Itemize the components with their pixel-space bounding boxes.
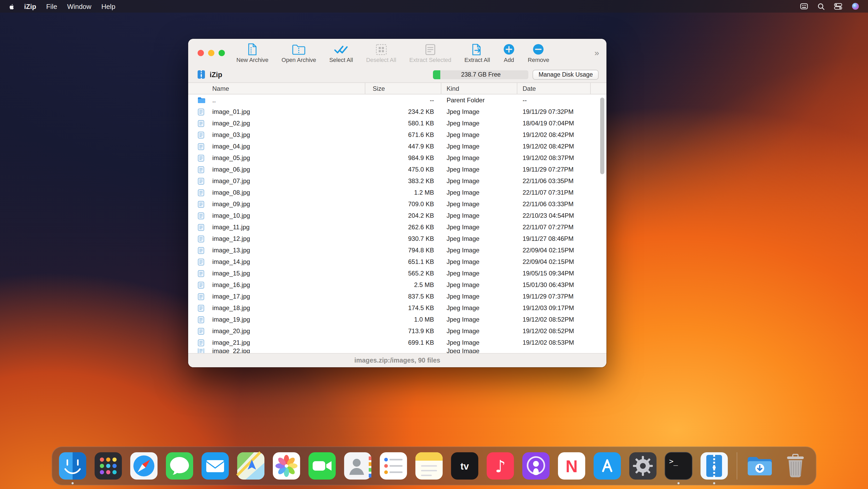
cell-date: 22/11/07 07:31PM xyxy=(517,189,607,196)
menu-app-name[interactable]: iZip xyxy=(24,2,36,10)
zoom-button[interactable] xyxy=(219,50,225,56)
appletv-dock-icon[interactable]: tv xyxy=(448,447,481,485)
open-archive-button[interactable]: Open Archive xyxy=(281,43,316,63)
input-menu-icon[interactable] xyxy=(800,2,808,10)
downloads-dock-icon[interactable] xyxy=(744,447,776,485)
cell-date: 22/11/06 03:33PM xyxy=(517,200,607,208)
new-archive-button[interactable]: New Archive xyxy=(237,43,268,63)
izip-logo-icon xyxy=(196,70,206,79)
cell-kind: Jpeg Image xyxy=(441,270,517,277)
remove-label: Remove xyxy=(528,56,549,63)
table-row[interactable]: image_02.jpg580.1 KBJpeg Image18/04/19 0… xyxy=(188,117,607,129)
menu-window[interactable]: Window xyxy=(67,2,91,10)
table-row[interactable]: image_13.jpg794.8 KBJpeg Image22/09/04 0… xyxy=(188,244,607,256)
contacts-dock-icon[interactable] xyxy=(341,447,374,485)
cell-name: image_02.jpg xyxy=(212,120,365,127)
search-icon[interactable] xyxy=(817,2,825,10)
cell-size: -- xyxy=(365,96,441,104)
control-center-icon[interactable] xyxy=(834,2,842,10)
news-dock-icon[interactable]: N xyxy=(555,447,588,485)
minimize-button[interactable] xyxy=(208,50,214,56)
close-button[interactable] xyxy=(197,50,204,56)
facetime-dock-icon[interactable] xyxy=(306,447,338,485)
menu-help[interactable]: Help xyxy=(101,2,116,10)
svg-text:>_: >_ xyxy=(669,457,678,466)
cell-date: 22/09/04 02:15PM xyxy=(517,247,607,254)
table-row[interactable]: image_06.jpg475.0 KBJpeg Image19/11/29 0… xyxy=(188,164,607,175)
scrollbar-thumb[interactable] xyxy=(600,97,604,174)
table-row[interactable]: image_03.jpg671.6 KBJpeg Image19/12/02 0… xyxy=(188,129,607,141)
apple-menu-icon[interactable] xyxy=(7,2,15,10)
mail-dock-icon[interactable] xyxy=(199,447,231,485)
izip-dock-icon[interactable] xyxy=(698,447,731,485)
toolbar-overflow-button[interactable]: » xyxy=(594,48,599,57)
launchpad-dock-icon[interactable] xyxy=(92,447,124,485)
table-row[interactable]: image_16.jpg2.5 MBJpeg Image15/01/30 06:… xyxy=(188,279,607,291)
notes-dock-icon[interactable] xyxy=(413,447,445,485)
settings-dock-icon[interactable] xyxy=(627,447,659,485)
table-row[interactable]: image_20.jpg713.9 KBJpeg Image19/12/02 0… xyxy=(188,325,607,337)
menu-file[interactable]: File xyxy=(46,2,57,10)
remove-button[interactable]: Remove xyxy=(528,43,549,63)
table-row[interactable]: image_07.jpg383.2 KBJpeg Image22/11/06 0… xyxy=(188,175,607,187)
table-row[interactable]: image_14.jpg651.1 KBJpeg Image22/09/04 0… xyxy=(188,256,607,267)
podcasts-dock-icon[interactable] xyxy=(520,447,552,485)
photos-dock-icon[interactable] xyxy=(270,447,303,485)
table-row[interactable]: image_22.jpgJpeg Image xyxy=(188,348,607,353)
cell-size: 699.1 KB xyxy=(365,339,441,346)
cell-date: 19/11/29 07:27PM xyxy=(517,166,607,173)
file-icon xyxy=(188,143,212,150)
cell-name: image_19.jpg xyxy=(212,316,365,323)
cell-kind: Jpeg Image xyxy=(441,200,517,208)
table-row[interactable]: image_11.jpg262.6 KBJpeg Image22/11/07 0… xyxy=(188,222,607,233)
table-row[interactable]: image_08.jpg1.2 MBJpeg Image22/11/07 07:… xyxy=(188,187,607,198)
table-row[interactable]: image_04.jpg447.9 KBJpeg Image19/12/02 0… xyxy=(188,141,607,152)
column-header-date[interactable]: Date xyxy=(517,83,591,94)
toolbar-buttons: New ArchiveOpen ArchiveSelect AllDeselec… xyxy=(237,43,549,63)
manage-disk-usage-button[interactable]: Manage Disk Usage xyxy=(533,69,598,80)
appstore-dock-icon[interactable] xyxy=(591,447,623,485)
cell-date: 22/11/06 03:35PM xyxy=(517,177,607,185)
reminders-dock-icon[interactable] xyxy=(377,447,410,485)
safari-dock-icon[interactable] xyxy=(128,447,160,485)
terminal-dock-icon[interactable]: >_ xyxy=(662,447,695,485)
table-row[interactable]: image_09.jpg709.0 KBJpeg Image22/11/06 0… xyxy=(188,198,607,210)
add-button[interactable]: Add xyxy=(503,43,515,63)
cell-name: image_17.jpg xyxy=(212,293,365,300)
table-row[interactable]: image_12.jpg930.7 KBJpeg Image19/11/27 0… xyxy=(188,233,607,244)
table-row[interactable]: image_19.jpg1.0 MBJpeg Image19/12/02 08:… xyxy=(188,314,607,325)
table-row[interactable]: image_10.jpg204.2 KBJpeg Image22/10/23 0… xyxy=(188,210,607,222)
cell-size: 262.6 KB xyxy=(365,224,441,231)
maps-dock-icon[interactable] xyxy=(235,447,267,485)
table-row[interactable]: image_21.jpg699.1 KBJpeg Image19/12/02 0… xyxy=(188,337,607,348)
table-row[interactable]: image_15.jpg565.2 KBJpeg Image19/05/15 0… xyxy=(188,267,607,279)
column-header-name[interactable]: Name xyxy=(188,83,365,94)
cell-name: image_01.jpg xyxy=(212,108,365,115)
disk-used-segment xyxy=(433,70,440,79)
column-header-kind[interactable]: Kind xyxy=(441,83,517,94)
table-row[interactable]: image_18.jpg174.5 KBJpeg Image19/12/03 0… xyxy=(188,302,607,314)
extract-all-button[interactable]: Extract All xyxy=(464,43,490,63)
trash-dock-icon[interactable] xyxy=(779,447,812,485)
select-all-button[interactable]: Select All xyxy=(329,43,353,63)
table-row[interactable]: image_01.jpg234.2 KBJpeg Image19/11/29 0… xyxy=(188,106,607,117)
cell-date: 19/12/02 08:42PM xyxy=(517,143,607,150)
window-header: iZip 238.7 GB Free Manage Disk Usage xyxy=(188,67,607,82)
cell-size: 580.1 KB xyxy=(365,120,441,127)
deselect-all-label: Deselect All xyxy=(366,56,396,63)
cell-name: image_03.jpg xyxy=(212,131,365,139)
siri-icon[interactable] xyxy=(851,2,860,10)
file-icon xyxy=(188,348,212,353)
cell-date: 19/11/27 08:46PM xyxy=(517,235,607,242)
messages-dock-icon[interactable] xyxy=(163,447,196,485)
finder-dock-icon[interactable] xyxy=(56,447,89,485)
cell-size: 174.5 KB xyxy=(365,304,441,312)
music-dock-icon[interactable]: ♪ xyxy=(484,447,517,485)
table-row[interactable]: image_05.jpg984.9 KBJpeg Image19/12/02 0… xyxy=(188,152,607,164)
add-icon xyxy=(503,43,515,56)
disk-usage-bar: 238.7 GB Free xyxy=(433,70,529,79)
table-row[interactable]: image_17.jpg837.5 KBJpeg Image19/11/29 0… xyxy=(188,291,607,302)
column-header-size[interactable]: Size xyxy=(365,83,441,94)
table-row[interactable]: ..--Parent Folder-- xyxy=(188,94,607,106)
cell-kind: Jpeg Image xyxy=(441,120,517,127)
